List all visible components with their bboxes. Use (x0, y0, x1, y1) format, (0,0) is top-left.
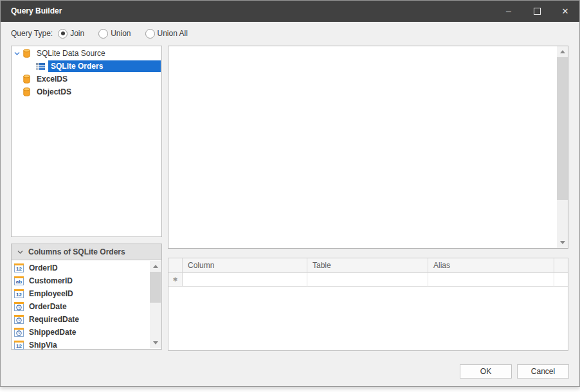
ok-button[interactable]: OK (460, 364, 512, 379)
tree-item-excelds[interactable]: ExcelDS (12, 73, 161, 85)
radio-join-label: Join (70, 29, 84, 38)
numeric-column-icon: 12 (14, 289, 24, 298)
grid-cell-filler (554, 273, 568, 287)
radio-option-union-all[interactable]: Union All (145, 29, 188, 39)
scrollbar-thumb[interactable] (557, 57, 568, 200)
tree-item-label: SQLite Orders (48, 60, 161, 72)
tree-item-sqlite-orders[interactable]: SQLite Orders (12, 60, 161, 73)
tree-item-label: ObjectDS (34, 87, 74, 97)
radio-join[interactable] (58, 29, 68, 39)
database-icon (22, 74, 32, 84)
new-row-indicator-icon: ✱ (168, 273, 183, 287)
grid-cell-column[interactable] (183, 273, 307, 287)
tree-item-label: ExcelDS (34, 74, 70, 84)
database-icon (22, 87, 32, 97)
table-icon (35, 62, 46, 71)
radio-union-all-label: Union All (158, 29, 188, 38)
column-item-employeeid[interactable]: 12 EmployeeID (14, 287, 73, 300)
close-button[interactable]: ✕ (551, 1, 579, 22)
close-icon: ✕ (562, 6, 569, 16)
columns-panel: Columns of SQLite Orders 12 OrderID ab C… (11, 244, 162, 350)
column-item-label: OrderID (29, 263, 58, 272)
columns-panel-title: Columns of SQLite Orders (28, 247, 125, 256)
grid-cell-alias[interactable] (428, 273, 554, 287)
column-item-orderid[interactable]: 12 OrderID (14, 262, 58, 274)
data-source-tree: SQLite Data Source SQLite Orders ExcelDS… (11, 46, 162, 237)
column-item-label: ShippedDate (29, 328, 76, 337)
datetime-column-icon (14, 302, 24, 311)
scrollbar-thumb[interactable] (150, 272, 161, 303)
radio-union-all[interactable] (145, 29, 155, 39)
titlebar: Query Builder – ✕ (1, 1, 579, 22)
column-item-label: OrderDate (29, 302, 67, 311)
radio-union[interactable] (98, 29, 108, 39)
datetime-column-icon (14, 328, 24, 337)
columns-panel-header[interactable]: Columns of SQLite Orders (12, 244, 161, 260)
column-item-label: RequiredDate (29, 315, 79, 324)
scroll-up-icon[interactable] (557, 46, 568, 57)
window-title: Query Builder (11, 1, 62, 22)
column-item-customerid[interactable]: ab CustomerID (14, 274, 73, 287)
column-item-label: CustomerID (29, 276, 73, 285)
scroll-down-icon[interactable] (557, 237, 568, 248)
minimize-icon: – (506, 6, 511, 16)
grid-header-column[interactable]: Column (183, 258, 307, 273)
numeric-column-icon: 12 (14, 341, 24, 350)
column-item-shippeddate[interactable]: ShippedDate (14, 326, 76, 339)
grid-cell-table[interactable] (307, 273, 428, 287)
design-scrollbar[interactable] (557, 46, 568, 248)
columns-scrollbar[interactable] (150, 261, 161, 348)
radio-option-join[interactable]: Join (58, 29, 84, 39)
column-grid: Column Table Alias ✱ (168, 258, 568, 351)
grid-new-row: ✱ (168, 273, 568, 287)
scroll-up-icon[interactable] (150, 261, 161, 272)
query-design-surface[interactable] (168, 46, 568, 249)
scroll-down-icon[interactable] (150, 337, 161, 348)
grid-header-table[interactable]: Table (307, 258, 428, 273)
datetime-column-icon (14, 315, 24, 324)
query-type-row: Query Type: Join Union Union All (11, 22, 202, 44)
chevron-down-icon[interactable] (12, 247, 28, 256)
grid-header-row: Column Table Alias (168, 258, 568, 273)
column-item-label: ShipVia (29, 341, 57, 350)
radio-option-union[interactable]: Union (98, 29, 131, 39)
grid-header-alias[interactable]: Alias (428, 258, 554, 273)
tree-item-label: SQLite Data Source (34, 48, 108, 58)
column-item-orderdate[interactable]: OrderDate (14, 300, 67, 313)
column-item-shipvia[interactable]: 12 ShipVia (14, 339, 57, 352)
cancel-button[interactable]: Cancel (517, 364, 569, 379)
chevron-down-icon[interactable] (12, 49, 22, 58)
column-item-requireddate[interactable]: RequiredDate (14, 313, 79, 326)
maximize-button[interactable] (523, 1, 551, 22)
database-icon (22, 48, 32, 58)
query-builder-dialog: Query Builder – ✕ Query Type: Join Union… (0, 0, 580, 387)
query-type-label: Query Type: (11, 29, 53, 38)
grid-header-filler (554, 258, 568, 273)
grid-row-indicator-header (168, 258, 183, 273)
radio-union-label: Union (111, 29, 131, 38)
tree-item-sqlite-data-source[interactable]: SQLite Data Source (12, 47, 161, 60)
column-item-label: EmployeeID (29, 289, 73, 298)
numeric-column-icon: 12 (14, 263, 24, 272)
tree-item-objectds[interactable]: ObjectDS (12, 85, 161, 98)
maximize-icon (534, 8, 541, 15)
minimize-button[interactable]: – (494, 1, 523, 22)
text-column-icon: ab (14, 276, 24, 285)
